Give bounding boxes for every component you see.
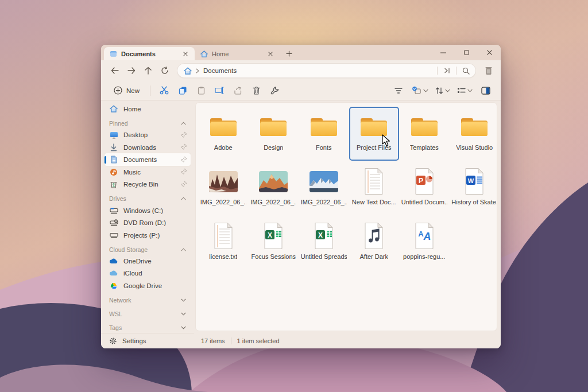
sidebar-item-desktop[interactable]: Desktop: [105, 129, 191, 141]
up-button[interactable]: [140, 63, 156, 78]
filter-button[interactable]: [390, 83, 407, 98]
sidebar-item-windows-c[interactable]: Windows (C:): [105, 204, 191, 217]
file-label: Untitled Docum...: [401, 199, 447, 205]
properties-wrench-button[interactable]: [266, 83, 283, 98]
tab-documents[interactable]: Documents: [104, 47, 195, 60]
sidebar-label: Documents: [123, 156, 157, 163]
tab-close-icon[interactable]: [266, 49, 275, 59]
sidebar-item-music[interactable]: Music: [105, 166, 191, 178]
refresh-button[interactable]: [157, 63, 172, 78]
svg-text:P: P: [419, 177, 423, 185]
navigation-sidebar: Home Pinned Desktop Downloads: [101, 100, 194, 333]
settings-button[interactable]: Settings: [101, 333, 194, 348]
section-header-tags[interactable]: Tags: [105, 322, 191, 333]
chevron-down-icon: [423, 89, 428, 92]
file-item-img3[interactable]: IMG_2022_06_...: [299, 161, 349, 215]
excel-file-icon: X: [313, 221, 335, 251]
file-item-poppins-font[interactable]: A A poppins-regu...: [399, 216, 450, 270]
pin-icon[interactable]: [181, 156, 187, 164]
divider: [456, 67, 457, 75]
sidebar-item-onedrive[interactable]: OneDrive: [105, 255, 191, 267]
section-header-network[interactable]: Network: [105, 295, 191, 306]
sidebar-item-home[interactable]: Home: [105, 103, 191, 115]
cut-button[interactable]: [156, 83, 173, 98]
file-label: Templates: [410, 144, 439, 151]
file-label: Visual Studio: [456, 144, 493, 151]
sidebar-label: DVD Rom (D:): [123, 219, 166, 226]
address-bar[interactable]: Documents: [177, 63, 476, 78]
file-item-new-text-doc[interactable]: New Text Doc...: [349, 161, 400, 215]
tab-label: Documents: [121, 51, 177, 57]
new-button[interactable]: New: [108, 83, 145, 98]
file-area: Adobe Design Fonts Project Files Templat…: [195, 102, 497, 331]
file-item-focus-sessions[interactable]: X Focus Sessions: [249, 216, 299, 270]
file-item-templates[interactable]: Templates: [399, 107, 450, 161]
search-button[interactable]: [458, 64, 473, 77]
folder-icon: [209, 112, 238, 142]
rename-button[interactable]: [211, 83, 228, 98]
file-label: Adobe: [214, 144, 233, 151]
file-item-history-of-skate[interactable]: W History of Skate...: [450, 161, 498, 215]
file-item-design[interactable]: Design: [249, 107, 299, 161]
file-item-adobe[interactable]: Adobe: [198, 107, 249, 161]
section-header-cloud-storage[interactable]: Cloud Storage: [105, 244, 191, 255]
sidebar-item-projects-p[interactable]: Projects (P:): [105, 229, 191, 242]
file-label: Focus Sessions: [251, 253, 296, 260]
file-label: IMG_2022_06_...: [301, 199, 347, 205]
maximize-button[interactable]: [455, 45, 478, 60]
forward-button[interactable]: [123, 63, 139, 78]
section-header-pinned[interactable]: Pinned: [105, 118, 191, 129]
image-thumbnail: [310, 166, 338, 196]
preview-pane-toggle[interactable]: [477, 83, 494, 98]
recycle-bin-shortcut-icon[interactable]: [481, 63, 496, 78]
file-label: Untitled Spreads...: [301, 253, 347, 260]
section-header-wsl[interactable]: WSL: [105, 309, 191, 320]
tab-home[interactable]: Home: [195, 47, 280, 60]
file-item-visual-studio[interactable]: Visual Studio: [450, 107, 498, 161]
folder-icon: [410, 112, 439, 142]
share-button[interactable]: [229, 83, 246, 98]
section-label: Pinned: [109, 120, 128, 127]
file-item-img2[interactable]: IMG_2022_06_...: [249, 161, 299, 215]
file-label: license.txt: [209, 253, 237, 260]
selection-options-button[interactable]: [409, 83, 431, 98]
section-label: Drives: [109, 195, 126, 202]
sort-button[interactable]: [432, 83, 453, 98]
file-item-project-files[interactable]: Project Files: [349, 107, 400, 161]
pin-icon[interactable]: [181, 168, 187, 176]
back-button[interactable]: [107, 63, 122, 78]
copy-button[interactable]: [174, 83, 191, 98]
svg-text:X: X: [318, 231, 323, 239]
sidebar-item-dvd-d[interactable]: DVD Rom (D:): [105, 216, 191, 229]
sidebar-item-google-drive[interactable]: Google Drive: [105, 280, 191, 292]
file-item-untitled-presentation[interactable]: P Untitled Docum...: [399, 161, 450, 215]
sidebar-item-icloud[interactable]: iCloud: [105, 267, 191, 280]
delete-button[interactable]: [247, 83, 265, 98]
sidebar-item-documents[interactable]: Documents: [105, 153, 191, 166]
pin-icon[interactable]: [181, 131, 187, 139]
select-check-icon: [412, 86, 421, 95]
sidebar-item-downloads[interactable]: Downloads: [105, 141, 191, 154]
breadcrumb-chevron-icon: [196, 68, 199, 73]
pin-icon[interactable]: [181, 181, 187, 188]
gear-icon: [109, 337, 117, 345]
chevron-up-icon: [181, 248, 186, 251]
sidebar-item-recycle-bin[interactable]: Recycle Bin: [105, 178, 191, 191]
file-item-fonts[interactable]: Fonts: [299, 107, 349, 161]
file-item-img1[interactable]: IMG_2022_06_...: [198, 161, 249, 215]
tab-close-icon[interactable]: [181, 49, 190, 59]
paste-button[interactable]: [192, 83, 210, 98]
close-window-button[interactable]: [478, 45, 501, 60]
file-item-untitled-spreadsheet[interactable]: X Untitled Spreads...: [299, 216, 349, 270]
items-count: 17 items: [201, 337, 225, 344]
sidebar-label: iCloud: [123, 270, 142, 277]
file-item-after-dark[interactable]: After Dark: [349, 216, 400, 270]
layout-button[interactable]: [454, 83, 475, 98]
file-item-license-txt[interactable]: license.txt: [198, 216, 249, 270]
section-header-drives[interactable]: Drives: [105, 193, 191, 204]
minimize-button[interactable]: [432, 45, 455, 60]
file-label: After Dark: [359, 253, 388, 260]
pin-icon[interactable]: [181, 143, 187, 151]
new-tab-button[interactable]: [282, 47, 296, 60]
go-to-end-button[interactable]: [439, 64, 454, 77]
